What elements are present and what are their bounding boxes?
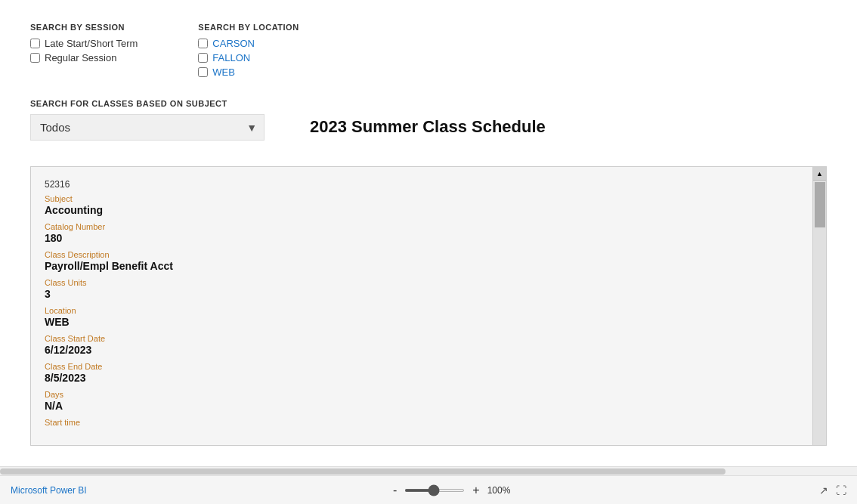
vertical-scrollbar[interactable]: ▲ bbox=[813, 166, 827, 446]
class-end-date-value: 8/5/2023 bbox=[45, 372, 799, 384]
class-record: 52316 Subject Accounting Catalog Number … bbox=[45, 179, 799, 427]
web-checkbox-item[interactable]: WEB bbox=[198, 66, 299, 78]
search-by-location-section: SEARCH BY LOCATION CARSON FALLON WEB bbox=[198, 23, 299, 81]
late-start-label: Late Start/Short Term bbox=[45, 38, 138, 49]
web-label: WEB bbox=[212, 66, 235, 78]
page-title: 2023 Summer Class Schedule bbox=[310, 117, 546, 137]
bottom-bar: Microsoft Power BI - + 100% ↗ ⛶ bbox=[0, 475, 857, 504]
scroll-thumb[interactable] bbox=[815, 182, 825, 227]
regular-session-label: Regular Session bbox=[45, 52, 116, 63]
days-label: Days bbox=[45, 390, 799, 399]
search-row: SEARCH BY SESSION Late Start/Short Term … bbox=[30, 23, 827, 81]
location-label: Location bbox=[45, 306, 799, 315]
title-and-dropdown-row: SEARCH FOR CLASSES BASED ON SUBJECT Todo… bbox=[30, 99, 827, 154]
carson-label: CARSON bbox=[212, 38, 255, 49]
zoom-minus-button[interactable]: - bbox=[390, 484, 400, 497]
zoom-level-display: 100% bbox=[487, 485, 516, 496]
fallon-checkbox[interactable] bbox=[198, 53, 208, 63]
class-start-date-value: 6/12/2023 bbox=[45, 344, 799, 356]
catalog-number-label: Catalog Number bbox=[45, 222, 799, 231]
bottom-icons: ↗ ⛶ bbox=[819, 484, 846, 496]
record-id: 52316 bbox=[45, 179, 799, 190]
carson-checkbox[interactable] bbox=[198, 39, 208, 48]
powerbi-link[interactable]: Microsoft Power BI bbox=[11, 485, 87, 496]
subject-dropdown[interactable]: Todos Accounting Biology Chemistry Engli… bbox=[30, 114, 265, 141]
fullscreen-icon[interactable]: ⛶ bbox=[836, 484, 846, 496]
results-area: 52316 Subject Accounting Catalog Number … bbox=[30, 166, 827, 446]
search-by-session-title: SEARCH BY SESSION bbox=[30, 23, 138, 32]
class-description-value: Payroll/Empl Benefit Acct bbox=[45, 260, 799, 272]
zoom-plus-button[interactable]: + bbox=[469, 484, 482, 497]
regular-session-checkbox-item[interactable]: Regular Session bbox=[30, 52, 138, 63]
start-time-label: Start time bbox=[45, 418, 799, 427]
carson-checkbox-item[interactable]: CARSON bbox=[198, 38, 299, 49]
h-scroll-thumb[interactable] bbox=[0, 468, 726, 475]
days-value: N/A bbox=[45, 400, 799, 412]
share-icon[interactable]: ↗ bbox=[819, 484, 828, 496]
class-end-date-label: Class End Date bbox=[45, 362, 799, 371]
main-content: SEARCH BY SESSION Late Start/Short Term … bbox=[0, 0, 857, 466]
class-description-label: Class Description bbox=[45, 250, 799, 259]
location-value: WEB bbox=[45, 316, 799, 328]
regular-session-checkbox[interactable] bbox=[30, 53, 40, 63]
late-start-checkbox[interactable] bbox=[30, 39, 40, 48]
subject-dropdown-container[interactable]: Todos Accounting Biology Chemistry Engli… bbox=[30, 114, 265, 141]
class-units-value: 3 bbox=[45, 288, 799, 300]
search-by-location-title: SEARCH BY LOCATION bbox=[198, 23, 299, 32]
search-by-subject-title: SEARCH FOR CLASSES BASED ON SUBJECT bbox=[30, 99, 265, 108]
subject-value: Accounting bbox=[45, 204, 799, 216]
catalog-number-value: 180 bbox=[45, 232, 799, 244]
subject-section: SEARCH FOR CLASSES BASED ON SUBJECT Todo… bbox=[30, 99, 265, 141]
late-start-checkbox-item[interactable]: Late Start/Short Term bbox=[30, 38, 138, 49]
class-units-label: Class Units bbox=[45, 278, 799, 287]
zoom-slider[interactable] bbox=[404, 489, 465, 492]
fallon-checkbox-item[interactable]: FALLON bbox=[198, 52, 299, 63]
zoom-controls: - + 100% bbox=[390, 484, 516, 497]
scroll-up-icon[interactable]: ▲ bbox=[813, 167, 826, 181]
subject-label: Subject bbox=[45, 194, 799, 203]
search-by-session-section: SEARCH BY SESSION Late Start/Short Term … bbox=[30, 23, 138, 81]
fallon-label: FALLON bbox=[212, 52, 250, 63]
horizontal-scrollbar[interactable] bbox=[0, 466, 857, 475]
web-checkbox[interactable] bbox=[198, 67, 208, 77]
class-start-date-label: Class Start Date bbox=[45, 334, 799, 343]
results-list[interactable]: 52316 Subject Accounting Catalog Number … bbox=[30, 166, 813, 446]
